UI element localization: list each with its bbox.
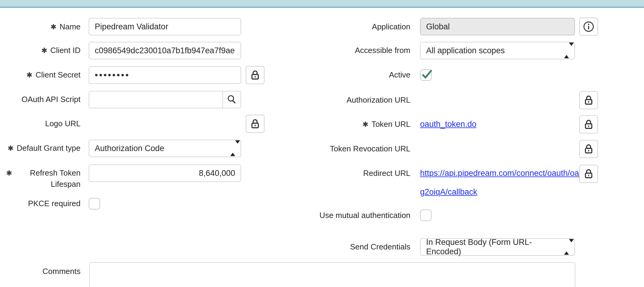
authorization-url-lock-button[interactable] [579, 91, 598, 109]
oauth-api-script-label: OAuth API Script [6, 94, 80, 105]
application-label: Application [318, 21, 410, 32]
refresh-token-lifespan-label: ✱ Refresh Token Lifespan [6, 167, 80, 190]
lock-icon [584, 144, 593, 154]
required-icon: ✱ [26, 69, 32, 81]
select-spinner-icon [564, 242, 569, 252]
logo-url-label: Logo URL [6, 118, 80, 129]
default-grant-type-label: ✱ Default Grant type [6, 143, 80, 154]
required-icon: ✱ [51, 21, 57, 32]
redirect-url-label: Redirect URL [318, 168, 410, 179]
reference-lookup-button[interactable] [222, 91, 241, 108]
select-spinner-icon [230, 144, 235, 153]
required-icon: ✱ [8, 143, 14, 154]
checkmark-icon [422, 69, 432, 80]
accessible-from-label: Accessible from [318, 45, 410, 56]
active-label: Active [318, 69, 410, 81]
pkce-required-checkbox[interactable] [89, 198, 100, 209]
info-icon [583, 21, 594, 32]
token-revocation-url-lock-button[interactable] [579, 140, 598, 158]
redirect-url-link-line2[interactable]: g2oiqA/callback [420, 186, 477, 198]
use-mutual-authentication-checkbox[interactable] [420, 209, 432, 221]
client-secret-lock-button[interactable] [246, 66, 264, 84]
search-icon [227, 94, 237, 105]
name-label: ✱ Name [6, 21, 80, 32]
comments-textarea[interactable] [89, 262, 575, 287]
send-credentials-select[interactable]: In Request Body (Form URL-Encoded) [420, 238, 575, 256]
default-grant-type-select[interactable]: Authorization Code [89, 140, 241, 157]
client-id-field[interactable] [89, 42, 241, 59]
lock-icon [251, 70, 260, 80]
comments-label: Comments [6, 266, 80, 277]
accessible-from-select[interactable]: All application scopes [420, 42, 575, 59]
client-secret-label: ✱ Client Secret [6, 69, 80, 81]
redirect-url-lock-button[interactable] [579, 165, 598, 183]
token-url-label: ✱ Token URL [318, 119, 410, 130]
required-icon: ✱ [362, 119, 368, 130]
oauth-registry-form: ✱ Name ✱ Client ID ✱ Client Secret OAuth… [0, 0, 644, 287]
lock-icon [584, 95, 593, 105]
form-header-strip [0, 0, 644, 8]
pkce-required-label: PKCE required [6, 198, 80, 209]
client-id-label: ✱ Client ID [6, 45, 80, 56]
active-checkbox[interactable] [420, 69, 432, 81]
required-icon: ✱ [6, 167, 12, 179]
application-info-button[interactable] [579, 18, 598, 36]
refresh-token-lifespan-field[interactable] [89, 164, 241, 182]
application-field: Global [420, 18, 575, 35]
required-icon: ✱ [41, 45, 47, 56]
logo-url-lock-button[interactable] [246, 115, 264, 133]
lock-icon [584, 119, 593, 130]
token-url-link[interactable]: oauth_token.do [420, 119, 476, 130]
name-field[interactable] [89, 18, 241, 35]
token-url-lock-button[interactable] [579, 115, 598, 134]
authorization-url-label: Authorization URL [318, 94, 410, 106]
send-credentials-label: Send Credentials [318, 241, 410, 252]
lock-icon [251, 119, 260, 129]
lock-icon [584, 169, 593, 179]
select-spinner-icon [564, 46, 569, 55]
token-revocation-url-label: Token Revocation URL [318, 143, 410, 154]
client-secret-field[interactable] [89, 66, 241, 84]
oauth-api-script-field[interactable] [89, 91, 241, 108]
redirect-url-link[interactable]: https://api.pipedream.com/connect/oauth/… [420, 168, 583, 179]
use-mutual-authentication-label: Use mutual authentication [318, 210, 410, 221]
